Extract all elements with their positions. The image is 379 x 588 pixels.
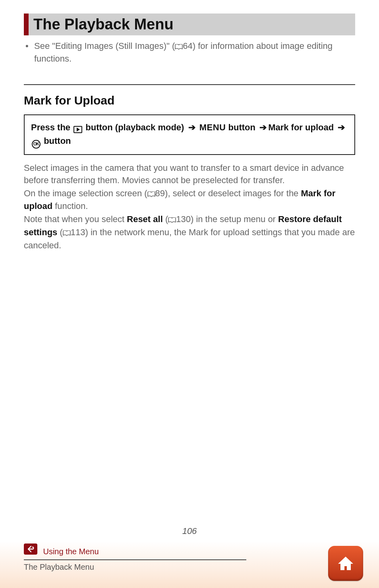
step-text-1: Press the — [31, 122, 70, 132]
document-page: The Playback Menu • See "Editing Images … — [0, 0, 379, 588]
body-text: Select images in the camera that you wan… — [24, 162, 355, 252]
p2-c: function. — [52, 201, 88, 211]
step-text-4: Mark for upload — [268, 122, 334, 132]
p2-a: On the image selection screen ( — [24, 188, 147, 198]
arrow-icon: ➔ — [258, 122, 268, 132]
playback-button-icon — [73, 126, 82, 133]
step-text-2: button (playback mode) — [85, 122, 184, 132]
page-number: 106 — [0, 526, 379, 536]
manual-ref-icon — [147, 188, 155, 201]
p3-ref2: 113 — [71, 227, 85, 237]
ok-button-icon: OK — [32, 140, 41, 149]
p3-c: ) in the setup menu or — [191, 214, 278, 224]
step-text-5: button — [44, 136, 71, 146]
arrow-icon: ➔ — [336, 122, 346, 132]
home-icon — [335, 553, 356, 574]
back-arrow-icon — [26, 545, 35, 553]
arrow-icon: ➔ — [187, 122, 197, 132]
page-footer: Using the Menu The Playback Menu — [0, 541, 379, 588]
divider — [24, 84, 355, 85]
footer-section-label: The Playback Menu — [24, 563, 355, 572]
paragraph-2: On the image selection screen (89), sele… — [24, 188, 355, 213]
navigation-steps-box: Press the button (playback mode) ➔ MENU … — [24, 114, 355, 155]
home-button[interactable] — [328, 546, 363, 581]
p3-b: ( — [163, 214, 168, 224]
manual-ref-icon — [63, 227, 71, 240]
p3-bold1: Reset all — [127, 214, 163, 224]
manual-ref-icon — [168, 214, 176, 226]
p3-ref1: 130 — [176, 214, 191, 224]
step-text-3: button — [228, 122, 255, 132]
p3-a: Note that when you select — [24, 214, 127, 224]
p2-b: ), select or deselect images for the — [165, 188, 301, 198]
bullet-prefix: See "Editing Images (Still Images)" ( — [34, 41, 175, 51]
manual-ref-icon — [175, 41, 183, 53]
paragraph-1: Select images in the camera that you wan… — [24, 162, 355, 187]
p2-ref: 89 — [155, 188, 165, 198]
section-title: The Playback Menu — [33, 16, 350, 33]
menu-button-label: MENU — [199, 122, 226, 132]
subheading: Mark for Upload — [24, 94, 355, 107]
intro-bullet: • See "Editing Images (Still Images)" (6… — [24, 40, 355, 64]
p3-d: ( — [57, 227, 62, 237]
paragraph-3: Note that when you select Reset all (130… — [24, 213, 355, 251]
bullet-text: See "Editing Images (Still Images)" (64)… — [34, 40, 354, 64]
bullet-marker: • — [25, 40, 34, 64]
bullet-ref: 64 — [183, 41, 192, 51]
breadcrumb-row: Using the Menu — [24, 541, 355, 556]
back-button[interactable] — [24, 544, 37, 555]
footer-rule — [24, 559, 246, 560]
breadcrumb-link[interactable]: Using the Menu — [43, 547, 99, 556]
section-title-bar: The Playback Menu — [24, 14, 355, 35]
